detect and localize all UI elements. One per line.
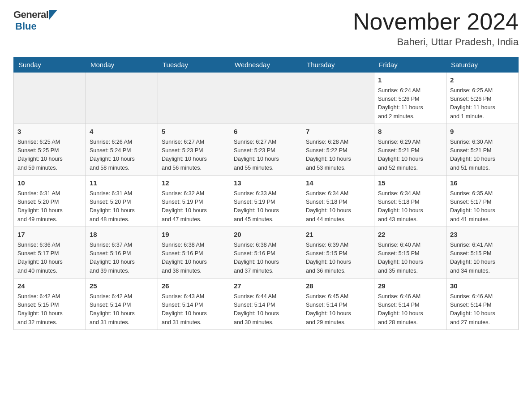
calendar-cell: 2Sunrise: 6:25 AM Sunset: 5:26 PM Daylig… bbox=[446, 73, 519, 124]
day-info: Sunrise: 6:35 AM Sunset: 5:17 PM Dayligh… bbox=[450, 189, 515, 224]
day-info: Sunrise: 6:25 AM Sunset: 5:26 PM Dayligh… bbox=[450, 86, 515, 121]
calendar-cell bbox=[302, 73, 374, 124]
calendar-cell: 12Sunrise: 6:32 AM Sunset: 5:19 PM Dayli… bbox=[158, 176, 230, 227]
day-info: Sunrise: 6:46 AM Sunset: 5:14 PM Dayligh… bbox=[450, 292, 515, 327]
logo: General Blue bbox=[13, 9, 57, 32]
day-number: 23 bbox=[450, 230, 515, 240]
calendar-cell: 4Sunrise: 6:26 AM Sunset: 5:24 PM Daylig… bbox=[86, 124, 158, 176]
day-number: 25 bbox=[90, 281, 154, 291]
day-info: Sunrise: 6:38 AM Sunset: 5:16 PM Dayligh… bbox=[162, 241, 226, 276]
day-info: Sunrise: 6:46 AM Sunset: 5:14 PM Dayligh… bbox=[378, 292, 442, 327]
calendar-cell: 8Sunrise: 6:29 AM Sunset: 5:21 PM Daylig… bbox=[374, 124, 446, 176]
calendar-cell: 7Sunrise: 6:28 AM Sunset: 5:22 PM Daylig… bbox=[302, 124, 374, 176]
calendar-cell: 26Sunrise: 6:43 AM Sunset: 5:14 PM Dayli… bbox=[158, 278, 230, 330]
day-number: 11 bbox=[90, 178, 154, 188]
calendar-header-friday: Friday bbox=[374, 57, 446, 73]
calendar-cell: 11Sunrise: 6:31 AM Sunset: 5:20 PM Dayli… bbox=[86, 176, 158, 227]
day-number: 22 bbox=[378, 230, 442, 240]
day-info: Sunrise: 6:27 AM Sunset: 5:23 PM Dayligh… bbox=[162, 138, 226, 173]
calendar-cell: 6Sunrise: 6:27 AM Sunset: 5:23 PM Daylig… bbox=[230, 124, 302, 176]
calendar-cell: 29Sunrise: 6:46 AM Sunset: 5:14 PM Dayli… bbox=[374, 278, 446, 330]
day-number: 2 bbox=[450, 75, 515, 86]
day-number: 28 bbox=[306, 281, 370, 291]
calendar-cell: 24Sunrise: 6:42 AM Sunset: 5:15 PM Dayli… bbox=[14, 278, 86, 330]
page-header: General Blue November 2024 Baheri, Uttar… bbox=[13, 9, 519, 48]
day-info: Sunrise: 6:44 AM Sunset: 5:14 PM Dayligh… bbox=[234, 292, 298, 327]
calendar-header-sunday: Sunday bbox=[14, 57, 86, 73]
calendar-week-row: 17Sunrise: 6:36 AM Sunset: 5:17 PM Dayli… bbox=[14, 227, 519, 278]
day-info: Sunrise: 6:31 AM Sunset: 5:20 PM Dayligh… bbox=[90, 189, 154, 224]
day-number: 13 bbox=[234, 178, 298, 188]
calendar-week-row: 1Sunrise: 6:24 AM Sunset: 5:26 PM Daylig… bbox=[14, 73, 519, 124]
day-info: Sunrise: 6:39 AM Sunset: 5:15 PM Dayligh… bbox=[306, 241, 370, 276]
day-number: 27 bbox=[234, 281, 298, 291]
calendar-header-row: SundayMondayTuesdayWednesdayThursdayFrid… bbox=[14, 57, 519, 73]
day-number: 14 bbox=[306, 178, 370, 188]
calendar-cell: 30Sunrise: 6:46 AM Sunset: 5:14 PM Dayli… bbox=[446, 278, 519, 330]
day-number: 8 bbox=[378, 127, 442, 137]
day-number: 16 bbox=[450, 178, 515, 188]
calendar-cell bbox=[86, 73, 158, 124]
calendar-week-row: 10Sunrise: 6:31 AM Sunset: 5:20 PM Dayli… bbox=[14, 176, 519, 227]
location: Baheri, Uttar Pradesh, India bbox=[353, 36, 519, 48]
day-info: Sunrise: 6:31 AM Sunset: 5:20 PM Dayligh… bbox=[17, 189, 82, 224]
day-number: 30 bbox=[450, 281, 515, 291]
day-info: Sunrise: 6:34 AM Sunset: 5:18 PM Dayligh… bbox=[378, 189, 442, 224]
day-number: 17 bbox=[17, 230, 82, 240]
calendar-week-row: 24Sunrise: 6:42 AM Sunset: 5:15 PM Dayli… bbox=[14, 278, 519, 330]
day-number: 10 bbox=[17, 178, 82, 188]
day-number: 19 bbox=[162, 230, 226, 240]
month-title: November 2024 bbox=[353, 9, 519, 34]
day-number: 1 bbox=[378, 75, 442, 86]
day-info: Sunrise: 6:25 AM Sunset: 5:25 PM Dayligh… bbox=[17, 138, 82, 173]
day-info: Sunrise: 6:45 AM Sunset: 5:14 PM Dayligh… bbox=[306, 292, 370, 327]
logo-general-text: General bbox=[13, 9, 48, 21]
day-number: 26 bbox=[162, 281, 226, 291]
calendar-cell: 5Sunrise: 6:27 AM Sunset: 5:23 PM Daylig… bbox=[158, 124, 230, 176]
logo-flag-icon bbox=[49, 10, 57, 20]
day-info: Sunrise: 6:26 AM Sunset: 5:24 PM Dayligh… bbox=[90, 138, 154, 173]
calendar-cell: 15Sunrise: 6:34 AM Sunset: 5:18 PM Dayli… bbox=[374, 176, 446, 227]
day-number: 18 bbox=[90, 230, 154, 240]
day-info: Sunrise: 6:38 AM Sunset: 5:16 PM Dayligh… bbox=[234, 241, 298, 276]
day-info: Sunrise: 6:33 AM Sunset: 5:19 PM Dayligh… bbox=[234, 189, 298, 224]
day-number: 21 bbox=[306, 230, 370, 240]
calendar-cell: 21Sunrise: 6:39 AM Sunset: 5:15 PM Dayli… bbox=[302, 227, 374, 278]
svg-marker-0 bbox=[49, 10, 57, 20]
day-info: Sunrise: 6:34 AM Sunset: 5:18 PM Dayligh… bbox=[306, 189, 370, 224]
day-info: Sunrise: 6:30 AM Sunset: 5:21 PM Dayligh… bbox=[450, 138, 515, 173]
calendar-cell bbox=[14, 73, 86, 124]
calendar-cell: 10Sunrise: 6:31 AM Sunset: 5:20 PM Dayli… bbox=[14, 176, 86, 227]
calendar-header-monday: Monday bbox=[86, 57, 158, 73]
day-info: Sunrise: 6:42 AM Sunset: 5:14 PM Dayligh… bbox=[90, 292, 154, 327]
calendar-cell: 18Sunrise: 6:37 AM Sunset: 5:16 PM Dayli… bbox=[86, 227, 158, 278]
calendar-cell: 16Sunrise: 6:35 AM Sunset: 5:17 PM Dayli… bbox=[446, 176, 519, 227]
calendar-header-wednesday: Wednesday bbox=[230, 57, 302, 73]
day-number: 4 bbox=[90, 127, 154, 137]
calendar-header-thursday: Thursday bbox=[302, 57, 374, 73]
calendar-header-tuesday: Tuesday bbox=[158, 57, 230, 73]
day-number: 5 bbox=[162, 127, 226, 137]
calendar-table: SundayMondayTuesdayWednesdayThursdayFrid… bbox=[13, 57, 519, 330]
day-number: 29 bbox=[378, 281, 442, 291]
calendar-cell: 1Sunrise: 6:24 AM Sunset: 5:26 PM Daylig… bbox=[374, 73, 446, 124]
day-info: Sunrise: 6:24 AM Sunset: 5:26 PM Dayligh… bbox=[378, 86, 442, 121]
calendar-cell: 9Sunrise: 6:30 AM Sunset: 5:21 PM Daylig… bbox=[446, 124, 519, 176]
day-number: 9 bbox=[450, 127, 515, 137]
day-info: Sunrise: 6:27 AM Sunset: 5:23 PM Dayligh… bbox=[234, 138, 298, 173]
day-number: 3 bbox=[17, 127, 82, 137]
day-info: Sunrise: 6:29 AM Sunset: 5:21 PM Dayligh… bbox=[378, 138, 442, 173]
day-info: Sunrise: 6:43 AM Sunset: 5:14 PM Dayligh… bbox=[162, 292, 226, 327]
day-info: Sunrise: 6:42 AM Sunset: 5:15 PM Dayligh… bbox=[17, 292, 82, 327]
calendar-cell: 22Sunrise: 6:40 AM Sunset: 5:15 PM Dayli… bbox=[374, 227, 446, 278]
calendar-cell bbox=[230, 73, 302, 124]
calendar-cell: 23Sunrise: 6:41 AM Sunset: 5:15 PM Dayli… bbox=[446, 227, 519, 278]
calendar-cell: 27Sunrise: 6:44 AM Sunset: 5:14 PM Dayli… bbox=[230, 278, 302, 330]
day-number: 20 bbox=[234, 230, 298, 240]
day-number: 7 bbox=[306, 127, 370, 137]
day-number: 15 bbox=[378, 178, 442, 188]
header-right: November 2024 Baheri, Uttar Pradesh, Ind… bbox=[353, 9, 519, 48]
logo-blue-text: Blue bbox=[15, 21, 37, 32]
day-info: Sunrise: 6:36 AM Sunset: 5:17 PM Dayligh… bbox=[17, 241, 82, 276]
calendar-cell: 13Sunrise: 6:33 AM Sunset: 5:19 PM Dayli… bbox=[230, 176, 302, 227]
